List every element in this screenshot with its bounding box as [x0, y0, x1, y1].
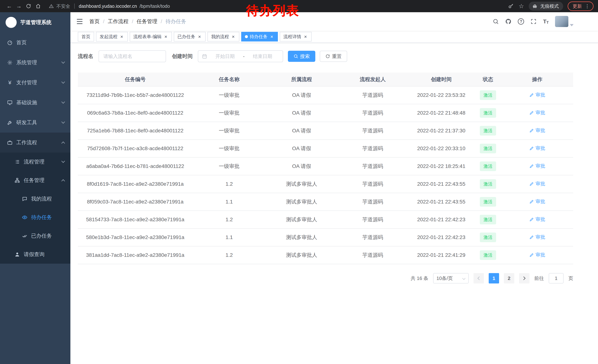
initiator-cell: 芋道源码 [338, 228, 408, 246]
tab-close-icon[interactable]: × [119, 34, 124, 39]
sidebar-item-workflow[interactable]: 工作流程 [0, 133, 70, 153]
table-row: 381aa1dd-7ac8-11ec-a9e2-a2380e71991a 1.2… [78, 246, 573, 264]
address-bar[interactable]: 不安全 dashboard.yudao.iocoder.cn/bpm/task/… [49, 3, 170, 9]
monitor-icon [7, 100, 13, 105]
sidebar-collapse-button[interactable] [76, 18, 83, 25]
col-initiator: 流程发起人 [338, 73, 408, 86]
sidebar: 芋道管理系统 首页 系统管理 ¥ 支付管理 基础设施 [0, 12, 70, 364]
chevron-down-icon [61, 80, 65, 84]
status-badge: 激活 [480, 90, 496, 100]
sidebar-item-dev-tools[interactable]: 研发工具 [0, 113, 70, 133]
task-id-cell: 58154733-7ac8-11ec-a9e2-a2380e71991a [78, 211, 193, 228]
app-title: 芋道管理系统 [20, 19, 51, 26]
process-cell: OA 请假 [266, 104, 338, 122]
browser-menu-icon[interactable]: ⋮ [585, 3, 590, 9]
tab-label: 待办任务 [250, 34, 267, 40]
sidebar-item-done-tasks[interactable]: 已办任务 [0, 226, 70, 245]
avatar[interactable] [555, 16, 568, 27]
sidebar-item-process-management[interactable]: 流程管理 [0, 153, 70, 171]
actions-cell: 审批 [501, 211, 573, 228]
process-cell: 测试多审批人 [266, 193, 338, 211]
tab[interactable]: 待办任务 × [241, 32, 278, 41]
reset-button[interactable]: 重置 [320, 51, 347, 62]
browser-back-button[interactable]: ← [4, 1, 14, 11]
status-cell: 激活 [475, 104, 501, 122]
next-page-button[interactable] [519, 273, 530, 283]
goto-page-input[interactable] [549, 273, 564, 283]
browser-home-button[interactable] [33, 1, 43, 11]
approve-link[interactable]: 审批 [529, 163, 545, 169]
tab[interactable]: 我的流程 × [208, 32, 239, 41]
bookmark-star-icon[interactable]: ☆ [518, 3, 524, 9]
tree-icon [15, 178, 20, 183]
col-actions: 操作 [501, 73, 573, 86]
browser-reload-button[interactable] [24, 1, 33, 11]
breadcrumb-task-management[interactable]: 任务管理 [137, 18, 158, 25]
approve-link[interactable]: 审批 [529, 180, 545, 187]
page-size-select[interactable]: 10条/页 [433, 273, 469, 283]
password-key-icon[interactable] [508, 3, 514, 9]
search-button[interactable]: 搜索 [288, 51, 315, 62]
browser-forward-button[interactable]: → [14, 1, 24, 11]
github-icon[interactable] [505, 18, 512, 25]
approve-link[interactable]: 审批 [529, 198, 545, 205]
process-name-input[interactable] [99, 50, 166, 62]
tab-close-icon[interactable]: × [303, 34, 308, 39]
tab-label: 发起流程 [100, 34, 117, 40]
approve-link[interactable]: 审批 [529, 127, 545, 134]
status-cell: 激活 [475, 122, 501, 140]
user-menu[interactable] [555, 16, 573, 27]
approve-link[interactable]: 审批 [529, 252, 545, 258]
not-secure-warning-icon [49, 4, 54, 8]
tab[interactable]: 首页 [78, 32, 94, 41]
help-icon[interactable]: ? [518, 18, 524, 25]
tab-close-icon[interactable]: × [269, 34, 274, 39]
tab-close-icon[interactable]: × [163, 34, 168, 39]
fullscreen-icon[interactable] [530, 18, 537, 25]
sidebar-item-leave-query[interactable]: 请假查询 [0, 245, 70, 264]
edit-pencil-icon [529, 235, 534, 240]
sidebar-item-my-process[interactable]: 我的流程 [0, 190, 70, 208]
approve-link[interactable]: 审批 [529, 234, 545, 240]
app-logo [6, 17, 17, 28]
sidebar-item-system[interactable]: 系统管理 [0, 53, 70, 73]
edit-pencil-icon [529, 199, 534, 204]
table-row: 069c6a63-7b8a-11ec-8ef0-acde48001122 一级审… [78, 104, 573, 122]
page-button-1[interactable]: 1 [489, 273, 499, 283]
sidebar-item-home[interactable]: 首页 [0, 32, 70, 53]
approve-link[interactable]: 审批 [529, 216, 545, 223]
chevron-down-icon [462, 277, 465, 280]
breadcrumb-workflow[interactable]: 工作流程 [108, 18, 129, 25]
sidebar-item-todo-tasks[interactable]: 待办任务 [0, 208, 70, 226]
browser-update-button[interactable]: 更新 ⋮ [568, 1, 594, 11]
approve-link[interactable]: 审批 [529, 109, 545, 116]
font-size-icon[interactable]: TT [543, 19, 549, 24]
initiator-cell: 芋道源码 [338, 122, 408, 140]
gear-icon [7, 60, 13, 65]
date-range-picker[interactable]: 开始日期 - 结束日期 [198, 50, 283, 62]
created-cell: 2022-01-22 18:25:41 [408, 157, 475, 175]
screen: ← → 不安全 dashboard.yudao.iocoder.cn/bpm/t… [0, 0, 598, 364]
tab-active-dot [245, 35, 248, 38]
tab[interactable]: 流程表单-编辑 × [130, 32, 172, 41]
tab[interactable]: 流程详情 × [280, 32, 312, 41]
tab-close-icon[interactable]: × [197, 34, 202, 39]
sidebar-item-task-management[interactable]: 任务管理 [0, 171, 70, 190]
approve-link[interactable]: 审批 [529, 92, 545, 98]
list-icon [15, 159, 20, 165]
sidebar-item-payment[interactable]: ¥ 支付管理 [0, 73, 70, 93]
prev-page-button[interactable] [473, 273, 484, 283]
search-icon[interactable] [493, 18, 499, 25]
tab-close-icon[interactable]: × [231, 34, 236, 39]
page-button-2[interactable]: 2 [504, 273, 514, 283]
approve-link[interactable]: 审批 [529, 145, 545, 152]
tab[interactable]: 已办任务 × [174, 32, 206, 41]
avatar-dropdown-caret-icon [570, 24, 573, 26]
sidebar-item-infrastructure[interactable]: 基础设施 [0, 93, 70, 113]
browser-chrome: ← → 不安全 dashboard.yudao.iocoder.cn/bpm/t… [0, 0, 598, 12]
tab[interactable]: 发起流程 × [96, 32, 128, 41]
status-badge: 激活 [480, 197, 496, 207]
incognito-label: 无痕模式 [540, 3, 559, 9]
chevron-right-icon [522, 276, 526, 280]
breadcrumb-home[interactable]: 首页 [89, 18, 100, 25]
